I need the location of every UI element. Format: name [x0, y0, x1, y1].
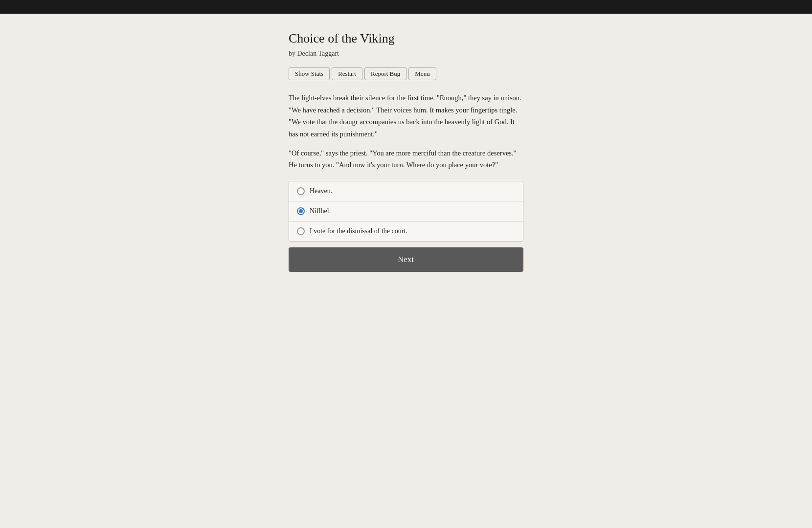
top-bar [0, 0, 812, 14]
choice-heaven[interactable]: Heaven. [289, 181, 523, 201]
story-paragraph-1: The light-elves break their silence for … [289, 92, 523, 140]
radio-niflhel [297, 207, 305, 215]
radio-dismissal [297, 227, 305, 235]
content-wrapper: Choice of the Viking by Declan Taggart S… [279, 14, 533, 301]
choice-dismissal-label: I vote for the dismissal of the court. [310, 227, 407, 235]
game-author: by Declan Taggart [289, 50, 523, 58]
choice-dismissal[interactable]: I vote for the dismissal of the court. [289, 221, 523, 241]
choice-niflhel[interactable]: Niflhel. [289, 201, 523, 221]
story-paragraph-2: "Of course," says the priest. "You are m… [289, 147, 523, 171]
show-stats-button[interactable]: Show Stats [289, 67, 330, 80]
choice-heaven-label: Heaven. [310, 187, 332, 195]
game-title: Choice of the Viking [289, 31, 523, 46]
radio-heaven [297, 187, 305, 195]
choice-niflhel-label: Niflhel. [310, 207, 331, 215]
story-text: The light-elves break their silence for … [289, 92, 523, 171]
toolbar: Show Stats Restart Report Bug Menu [289, 67, 523, 80]
choices-container: Heaven. Niflhel. I vote for the dismissa… [289, 181, 523, 242]
report-bug-button[interactable]: Report Bug [364, 67, 406, 80]
menu-button[interactable]: Menu [408, 67, 436, 80]
restart-button[interactable]: Restart [332, 67, 362, 80]
next-button[interactable]: Next [289, 247, 523, 272]
